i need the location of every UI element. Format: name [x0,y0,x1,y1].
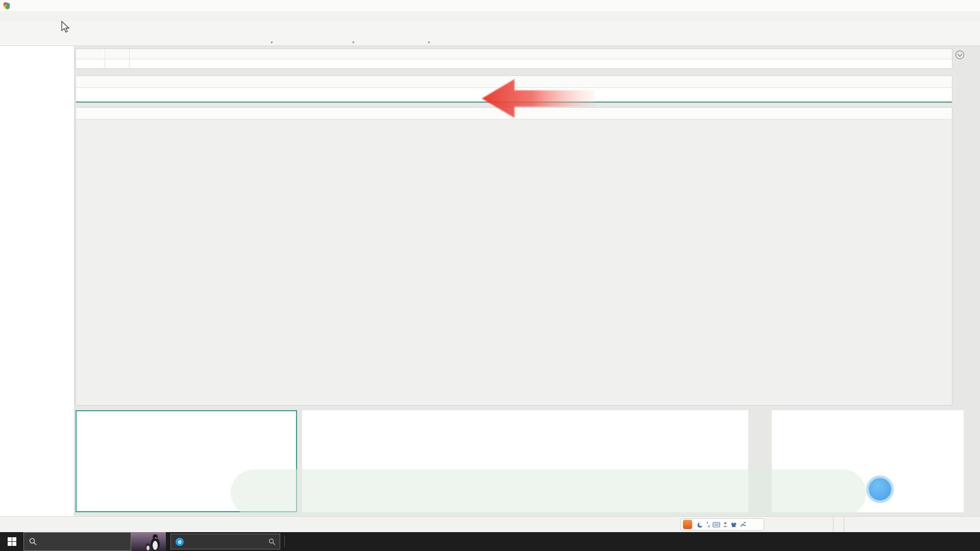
sogou-logo-icon[interactable] [683,520,692,529]
chevron-down-icon [955,51,964,59]
toolbar-overflow-icon[interactable]: ▾ [428,40,430,45]
tolerance-header [76,49,105,59]
night-mode-icon[interactable] [697,521,704,528]
windows-logo-icon [8,537,16,546]
menu-bar [0,11,980,21]
taskbar-photo-thumbnail[interactable] [131,532,166,551]
close-button[interactable] [957,0,980,11]
search-icon [268,538,276,545]
voice-input-icon[interactable] [723,521,728,528]
status-bar: ’, [0,516,980,532]
edge-browser-icon: e [175,537,184,546]
svg-text:e: e [178,538,182,545]
tolerance-illuminant [76,59,105,69]
tolerance-metric-header [105,49,130,59]
toolbar-overflow-icon[interactable]: ▾ [352,40,355,45]
screen: ▾ ▾ ▾ [0,0,980,551]
title-bar [0,0,980,12]
skin-icon[interactable] [730,522,737,528]
taskbar-search-box[interactable] [23,532,131,551]
video-subtitle-band [231,469,866,516]
punctuation-icon[interactable]: ’, [706,521,710,528]
tolerance-panel [76,48,952,69]
video-timer[interactable] [866,475,894,503]
tolerance-value[interactable] [105,59,130,69]
toolbar [0,21,980,46]
annotation-arrow [479,74,596,123]
aperture-indicator [833,517,844,532]
sogou-ime-bar[interactable]: ’, [680,518,764,531]
minimize-button[interactable] [910,0,933,11]
toolbar-overflow-icon[interactable]: ▾ [271,40,273,45]
taskbar-web-search-box[interactable]: e [170,534,280,549]
sample-table [76,107,952,406]
taskbar: e [0,532,980,551]
toolbox-icon[interactable] [740,521,746,528]
mouse-cursor [60,20,71,36]
app-icon [3,2,11,10]
taskbar-separator [284,536,285,547]
maximize-button[interactable] [933,0,957,11]
start-button[interactable] [0,532,23,551]
sample-tree-panel [0,46,75,516]
color-diff-toggle[interactable] [955,51,966,59]
search-icon [29,538,37,545]
soft-keyboard-icon[interactable] [713,522,720,528]
